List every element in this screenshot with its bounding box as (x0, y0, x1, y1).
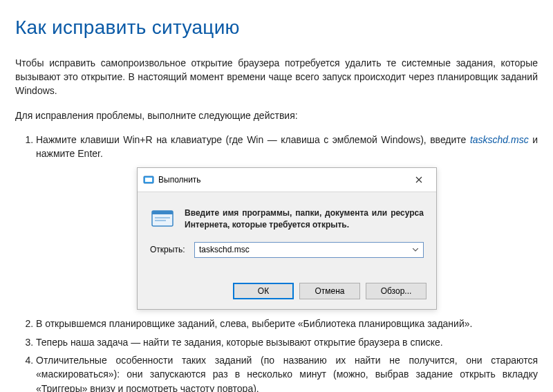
run-icon (143, 174, 154, 185)
lead-paragraph: Для исправления проблемы, выполните след… (15, 109, 538, 122)
ok-button[interactable]: ОК (233, 283, 294, 299)
dialog-body: Введите имя программы, папки, документа … (138, 192, 436, 274)
dialog-description: Введите имя программы, папки, документа … (185, 206, 424, 230)
dialog-title: Выполнить (158, 174, 404, 186)
dialog-button-row: ОК Отмена Обзор... (138, 274, 436, 309)
dialog-titlebar: Выполнить (138, 168, 436, 192)
svg-rect-5 (155, 220, 166, 221)
open-label: Открыть: (150, 244, 194, 256)
run-dialog: Выполнить (137, 167, 437, 310)
step-3: Теперь наша задача — найти те задания, к… (36, 335, 538, 349)
step-1: Нажмите клавиши Win+R на клавиатуре (где… (36, 133, 538, 310)
step-1-command: taskschd.msc (470, 134, 529, 145)
page-title: Как исправить ситуацию (15, 14, 538, 42)
steps-list: Нажмите клавиши Win+R на клавиатуре (где… (15, 133, 538, 392)
svg-rect-1 (145, 178, 152, 182)
svg-rect-4 (155, 217, 170, 218)
open-combobox[interactable]: taskschd.msc (194, 242, 424, 258)
close-button[interactable] (404, 172, 433, 187)
cancel-button[interactable]: Отмена (299, 283, 360, 299)
step-2: В открывшемся планировщике заданий, слев… (36, 317, 538, 330)
intro-paragraph: Чтобы исправить самопроизвольное открыти… (15, 56, 538, 98)
open-value: taskschd.msc (199, 244, 409, 256)
step-4: Отличительные особенности таких заданий … (36, 353, 538, 392)
chevron-down-icon[interactable] (409, 245, 422, 254)
run-big-icon (150, 206, 175, 231)
svg-rect-3 (152, 211, 173, 214)
step-1-text-pre: Нажмите клавиши Win+R на клавиатуре (где… (36, 134, 470, 145)
browse-button[interactable]: Обзор... (366, 283, 427, 299)
